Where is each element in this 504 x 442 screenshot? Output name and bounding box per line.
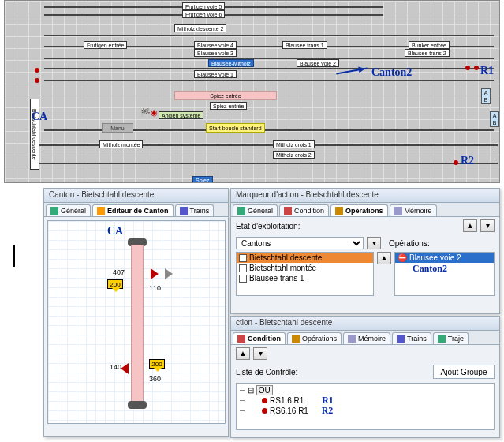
operations-listbox[interactable]: ⛔Blausee voie 2 Canton2 [394, 252, 495, 296]
general-icon [50, 207, 58, 215]
action-condition-panel: ction - Bietschtahl descente Condition O… [230, 316, 500, 438]
block-end-bottom[interactable] [128, 401, 147, 409]
stop-icon: ⛔ [398, 253, 407, 262]
tab-condition[interactable]: Condition [233, 332, 286, 344]
track-label-pink: Spiez entrée [174, 91, 277, 100]
track-label: Blausee trans 1 [282, 41, 327, 49]
red-marker-icon[interactable] [121, 363, 129, 374]
track-label: Mitholz crois 2 [273, 151, 315, 159]
panel-title: Canton - Bietschtahl descente [44, 189, 228, 203]
dropdown-button[interactable]: ▾ [367, 237, 381, 249]
list-item[interactable]: Bietschtahl montée [237, 263, 373, 273]
panel-title: ction - Bietschtahl descente [231, 317, 499, 331]
track-label: Blausee trans 2 [405, 49, 450, 57]
red-marker-icon[interactable] [151, 268, 159, 279]
tree-node[interactable]: RS1.6 R1 R1 [238, 395, 492, 406]
manu-button[interactable]: Manu [102, 123, 133, 133]
annotation-ca: CA [107, 225, 123, 238]
ab-indicator: A B [490, 111, 499, 127]
ab-indicator: A B [481, 88, 491, 104]
track-label-spiez: Spiez [192, 176, 213, 183]
collapse-button[interactable]: ▲ [236, 347, 250, 360]
signal-dot [35, 78, 39, 83]
track-label: Blausee voie 4 [194, 41, 237, 49]
track-label: Blausee voie 1 [194, 70, 237, 78]
tree-node[interactable]: RS6.16 R1 R2 [238, 406, 492, 416]
dropdown-button[interactable]: ▾ [253, 347, 267, 360]
track-label: Bunker entrée [409, 41, 450, 49]
general-icon [237, 207, 245, 215]
control-tree[interactable]: ⊟ OU RS1.6 R1 R1 RS6.16 R1 R2 [236, 383, 495, 430]
signal-dot [465, 66, 470, 70]
track-label: Frutigen entrée [84, 41, 127, 49]
track-label: Blausee voie 2 [297, 59, 339, 67]
list-item[interactable]: Blausee trans 1 [237, 273, 373, 283]
tab-memoire[interactable]: Mémoire [390, 204, 437, 216]
operations-label: Opérations: [389, 239, 430, 248]
tab-general[interactable]: Général [46, 204, 91, 216]
marker-action-panel: Marqueur d'action - Bietschtahl descente… [230, 188, 500, 314]
side-vertical-label: Bietschtahl descente [30, 99, 39, 170]
signal-dot [474, 66, 479, 70]
dropdown-button[interactable]: ▾ [480, 219, 495, 232]
track-label: Frutigen voie 6 [182, 10, 225, 18]
tab-operations[interactable]: Opérations [330, 204, 388, 216]
tab-condition[interactable]: Condition [279, 204, 329, 216]
list-item[interactable]: ⛔Blausee voie 2 [395, 253, 494, 263]
cantons-combo[interactable]: Cantons [236, 237, 364, 249]
block-bar[interactable] [131, 245, 144, 403]
cantons-listbox[interactable]: Bietschtahl descente Bietschtahl montée … [236, 252, 374, 296]
track-label-selected[interactable]: Blausee-Mitholz [208, 59, 254, 67]
track-label: Spiez entrée [210, 102, 247, 110]
annotation-r1: R1 [322, 395, 334, 406]
annotation-r2: R2 [322, 405, 334, 416]
canton-editor-panel: Canton - Bietschtahl descente Général Ed… [43, 188, 229, 437]
speed-shield[interactable]: 200 [149, 359, 165, 369]
operations-icon [335, 207, 343, 215]
tab-general[interactable]: Général [233, 204, 278, 216]
scroll-up-button[interactable]: ▲ [377, 252, 391, 264]
signal-dot [35, 68, 39, 73]
tree-node-root[interactable]: ⊟ OU [238, 385, 492, 395]
track-diagram[interactable]: Frutigen voie 5 Frutigen voie 6 Mitholz … [4, 0, 500, 183]
track-label: Mitholz montée [99, 140, 143, 148]
start-boucle[interactable]: Start boucle standard [206, 123, 265, 133]
list-item[interactable]: Bietschtahl descente [237, 253, 373, 263]
collapse-button[interactable]: ▲ [463, 219, 477, 232]
track-label: Mitholz descente 2 [174, 24, 226, 32]
trains-icon [397, 335, 405, 343]
bullet-icon [262, 398, 267, 403]
signal-dot [454, 160, 458, 165]
flag-icon: 🏁 [140, 108, 150, 117]
tab-memoire[interactable]: Mémoire [343, 332, 390, 344]
checkbox[interactable] [239, 254, 247, 262]
tabs: Général Editeur de Canton Trains [44, 203, 228, 217]
tab-editor[interactable]: Editeur de Canton [92, 204, 174, 216]
panel-title: Marqueur d'action - Bietschtahl descente [231, 189, 499, 203]
marker-value: 407 [113, 268, 125, 276]
track-label: Frutigen voie 5 [182, 2, 225, 10]
speed-shield[interactable]: 200 [107, 279, 123, 289]
tabs: Général Condition Opérations Mémoire [231, 203, 499, 217]
operations-icon [292, 335, 300, 343]
bullet-icon [262, 408, 267, 414]
tabs: Condition Opérations Mémoire Trains Traj… [231, 331, 499, 345]
trains-icon [180, 207, 188, 215]
track-label: Blausee voie 3 [194, 49, 237, 57]
gray-marker-icon[interactable] [165, 268, 173, 279]
track-label: Mitholz crois 1 [273, 140, 315, 148]
checkbox[interactable] [239, 264, 247, 272]
marker-icon: ◉ [151, 108, 158, 117]
traje-icon [438, 335, 446, 343]
tab-trains[interactable]: Trains [175, 204, 215, 216]
checkbox[interactable] [239, 275, 247, 283]
tab-operations[interactable]: Opérations [287, 332, 342, 344]
ajout-groupe-button[interactable]: Ajout Groupe [433, 365, 495, 379]
canton-canvas[interactable]: CA 407 200 110 140 200 360 [47, 220, 226, 424]
editor-icon [97, 207, 105, 215]
tab-trains[interactable]: Trains [392, 332, 431, 344]
track-label-green: Ancien système [159, 111, 203, 119]
liste-label: Liste de Contrôle: [236, 368, 307, 376]
tab-traje[interactable]: Traje [433, 332, 469, 344]
condition-icon [237, 335, 245, 343]
